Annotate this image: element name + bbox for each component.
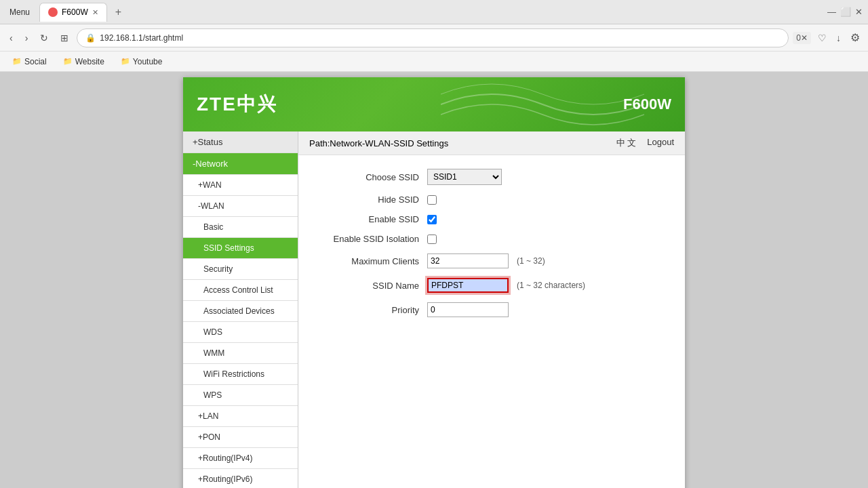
back-button[interactable]: ‹ (5, 30, 17, 46)
sidebar-item-wmm[interactable]: WMM (183, 343, 298, 364)
enable-ssid-isolation-row: Enable SSID Isolation (319, 234, 665, 244)
download-icon[interactable]: ↓ (833, 30, 844, 46)
sidebar-item-wds[interactable]: WDS (183, 322, 298, 343)
bookmarks-bar: 📁 Social 📁 Website 📁 Youtube (0, 52, 868, 72)
sidebar-item-status[interactable]: +Status (183, 131, 298, 153)
sidebar-item-basic[interactable]: Basic (183, 217, 298, 238)
lang-switch-link[interactable]: 中 文 (616, 137, 637, 149)
sidebar-item-wps[interactable]: WPS (183, 385, 298, 406)
bookmark-youtube-label: Youtube (133, 57, 163, 66)
hide-ssid-control (427, 195, 437, 205)
enable-ssid-label: Enable SSID (319, 214, 427, 224)
folder-icon: 📁 (121, 57, 130, 66)
browser-titlebar: Menu F600W ✕ + — ⬜ ✕ (0, 0, 868, 24)
enable-ssid-control (427, 215, 437, 224)
tab-title: F600W (62, 7, 88, 17)
ssid-name-row: SSID Name (1 ~ 32 characters) (319, 278, 665, 293)
choose-ssid-control: SSID1 SSID2 SSID3 SSID4 (427, 169, 502, 185)
bookmark-social[interactable]: 📁 Social (8, 56, 51, 68)
extensions-icon[interactable]: ⚙ (848, 28, 863, 47)
priority-input[interactable] (427, 302, 509, 317)
path-bar-right: 中 文 Logout (616, 137, 674, 149)
bookmark-website-label: Website (75, 57, 104, 66)
browser-tab[interactable]: F600W ✕ (39, 3, 107, 22)
page-wrapper: ZTE中兴 F600W +Status -Network +WAN -WLAN … (0, 72, 868, 488)
enable-ssid-isolation-label: Enable SSID Isolation (319, 234, 427, 244)
router-body: +Status -Network +WAN -WLAN Basic SSID S… (183, 131, 685, 488)
heart-icon[interactable]: ♡ (815, 30, 829, 46)
sidebar-item-ssid-settings[interactable]: SSID Settings (183, 238, 298, 259)
reload-button[interactable]: ↻ (36, 30, 52, 46)
address-bar[interactable]: 🔒 192.168.1.1/start.ghtml (77, 28, 789, 47)
bookmark-social-label: Social (24, 57, 47, 66)
bookmark-youtube[interactable]: 📁 Youtube (117, 56, 167, 68)
menu-button[interactable]: Menu (5, 6, 34, 18)
max-clients-input[interactable] (427, 253, 509, 268)
sidebar-item-routing-ipv4[interactable]: +Routing(IPv4) (183, 448, 298, 469)
sidebar-item-pon[interactable]: +PON (183, 427, 298, 448)
priority-label: Priority (319, 305, 427, 315)
hide-ssid-row: Hide SSID (319, 195, 665, 205)
maximize-button[interactable]: ⬜ (840, 7, 851, 17)
folder-icon: 📁 (12, 57, 22, 66)
ssid-name-label: SSID Name (319, 281, 427, 291)
max-clients-control: (1 ~ 32) (427, 253, 545, 268)
new-tab-button[interactable]: + (113, 6, 124, 18)
grid-button[interactable]: ⊞ (56, 30, 73, 46)
tab-close-button[interactable]: ✕ (92, 8, 98, 17)
minimize-button[interactable]: — (827, 7, 836, 17)
browser-chrome: Menu F600W ✕ + — ⬜ ✕ ‹ › ↻ ⊞ 🔒 192.168.1… (0, 0, 868, 72)
enable-ssid-checkbox[interactable] (427, 215, 437, 224)
max-clients-hint: (1 ~ 32) (517, 256, 545, 266)
address-text: 192.168.1.1/start.ghtml (100, 33, 780, 43)
priority-control (427, 302, 509, 317)
lock-icon: 🔒 (85, 33, 96, 43)
logout-link[interactable]: Logout (647, 137, 674, 149)
ssid-name-input[interactable] (427, 278, 509, 293)
ssid-name-hint: (1 ~ 32 characters) (517, 281, 585, 290)
sidebar-item-network[interactable]: -Network (183, 153, 298, 175)
header-decoration (441, 77, 644, 131)
path-bar: Path:Network-WLAN-SSID Settings 中 文 Logo… (298, 131, 685, 155)
choose-ssid-label: Choose SSID (319, 172, 427, 182)
sidebar-item-security[interactable]: Security (183, 259, 298, 280)
enable-ssid-isolation-checkbox[interactable] (427, 235, 437, 244)
choose-ssid-select[interactable]: SSID1 SSID2 SSID3 SSID4 (427, 169, 502, 185)
sidebar-item-wan[interactable]: +WAN (183, 175, 298, 196)
sidebar-item-wifi-restrictions[interactable]: WiFi Restrictions (183, 364, 298, 385)
sidebar: +Status -Network +WAN -WLAN Basic SSID S… (183, 131, 298, 488)
hide-ssid-checkbox[interactable] (427, 195, 437, 205)
router-logo: ZTE中兴 (197, 92, 277, 117)
tab-favicon (48, 7, 58, 17)
folder-icon: 📁 (63, 57, 73, 66)
browser-toolbar: ‹ › ↻ ⊞ 🔒 192.168.1.1/start.ghtml 0✕ ♡ ↓… (0, 24, 868, 52)
sidebar-item-wlan[interactable]: -WLAN (183, 196, 298, 217)
priority-row: Priority (319, 302, 665, 317)
hide-ssid-label: Hide SSID (319, 195, 427, 205)
max-clients-row: Maximum Clients (1 ~ 32) (319, 253, 665, 268)
router-header: ZTE中兴 F600W (183, 77, 685, 131)
sidebar-item-lan[interactable]: +LAN (183, 406, 298, 427)
close-button[interactable]: ✕ (855, 7, 863, 17)
choose-ssid-row: Choose SSID SSID1 SSID2 SSID3 SSID4 (319, 169, 665, 185)
form-area: Choose SSID SSID1 SSID2 SSID3 SSID4 (298, 155, 685, 340)
sidebar-item-routing-ipv6[interactable]: +Routing(IPv6) (183, 469, 298, 488)
path-text: Path:Network-WLAN-SSID Settings (309, 138, 448, 148)
forward-button[interactable]: › (21, 30, 33, 46)
main-content: Path:Network-WLAN-SSID Settings 中 文 Logo… (298, 131, 685, 488)
ssid-name-control: (1 ~ 32 characters) (427, 278, 585, 293)
router-ui: ZTE中兴 F600W +Status -Network +WAN -WLAN … (183, 77, 685, 488)
bookmark-website[interactable]: 📁 Website (59, 56, 108, 68)
sidebar-item-access-control[interactable]: Access Control List (183, 280, 298, 301)
max-clients-label: Maximum Clients (319, 256, 427, 266)
enable-ssid-row: Enable SSID (319, 214, 665, 224)
extension-badge[interactable]: 0✕ (793, 32, 811, 44)
sidebar-item-associated-devices[interactable]: Associated Devices (183, 301, 298, 322)
enable-ssid-isolation-control (427, 235, 437, 244)
